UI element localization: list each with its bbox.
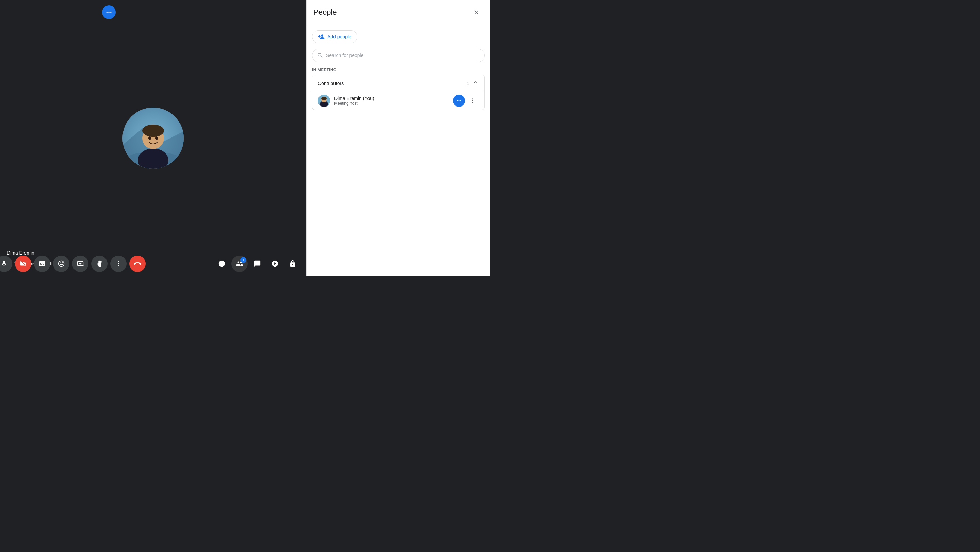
participant-avatar (318, 95, 330, 107)
chat-button[interactable] (249, 256, 266, 272)
svg-point-1 (108, 11, 109, 13)
contributors-title: Contributors (318, 81, 344, 86)
svg-point-2 (110, 11, 111, 13)
close-panel-button[interactable] (469, 5, 483, 19)
svg-point-15 (118, 265, 119, 266)
people-panel-button[interactable]: 1 (231, 256, 248, 272)
add-people-button[interactable]: Add people (312, 30, 357, 43)
svg-point-23 (472, 99, 473, 99)
bottom-bar: 17:02 | mmw-ooxy-fbm (0, 251, 123, 276)
svg-point-20 (457, 100, 458, 102)
camera-off-button[interactable] (15, 256, 31, 272)
participant-info: Dima Eremin (You) Meeting host (334, 95, 453, 106)
people-badge: 1 (240, 257, 247, 263)
svg-point-19 (321, 97, 327, 100)
participant-more-button[interactable] (453, 95, 465, 107)
search-box (312, 49, 485, 62)
participant-options-button[interactable] (466, 95, 479, 107)
svg-point-25 (472, 102, 473, 103)
contributors-header[interactable]: Contributors 1 (312, 75, 484, 92)
participant-item: Dima Eremin (You) Meeting host (312, 92, 484, 110)
contributors-count: 1 (466, 81, 469, 86)
captions-button[interactable] (34, 256, 50, 272)
svg-point-0 (107, 11, 108, 13)
svg-point-21 (459, 100, 460, 102)
panel-body: Add people IN MEETING Contributors 1 (307, 25, 490, 276)
meeting-info-button[interactable] (214, 256, 230, 272)
search-icon (317, 52, 323, 59)
svg-point-13 (118, 261, 119, 262)
participant-display-name: Dima Eremin (You) (334, 95, 453, 101)
participant-role: Meeting host (334, 101, 453, 106)
present-button[interactable] (72, 256, 89, 272)
svg-point-14 (118, 263, 119, 264)
panel-title: People (313, 8, 337, 17)
svg-point-24 (472, 100, 473, 102)
svg-point-11 (155, 137, 158, 140)
contributors-right: 1 (466, 79, 479, 87)
contributors-section: Contributors 1 (312, 75, 485, 110)
add-people-label: Add people (327, 34, 352, 40)
panel-header: People (307, 0, 490, 25)
microphone-button[interactable] (0, 256, 12, 272)
raise-hand-button[interactable] (91, 256, 108, 272)
more-options-button[interactable] (102, 5, 116, 19)
people-panel: People Add people IN MEETING Contr (306, 0, 490, 276)
participant-avatar-large (123, 108, 184, 169)
lock-button[interactable] (285, 256, 301, 272)
in-meeting-label: IN MEETING (312, 68, 485, 72)
emoji-button[interactable] (53, 256, 69, 272)
svg-point-10 (148, 137, 151, 140)
svg-point-22 (460, 100, 461, 102)
search-input[interactable] (326, 53, 479, 58)
svg-point-9 (143, 127, 163, 137)
participant-video (123, 108, 184, 169)
participant-actions (453, 95, 479, 107)
chevron-up-icon (472, 79, 479, 87)
bottom-right-icons: 1 (123, 251, 306, 276)
video-area: Dima Eremin 17:02 | mmw-ooxy-fbm (0, 0, 306, 276)
activities-button[interactable] (267, 256, 283, 272)
